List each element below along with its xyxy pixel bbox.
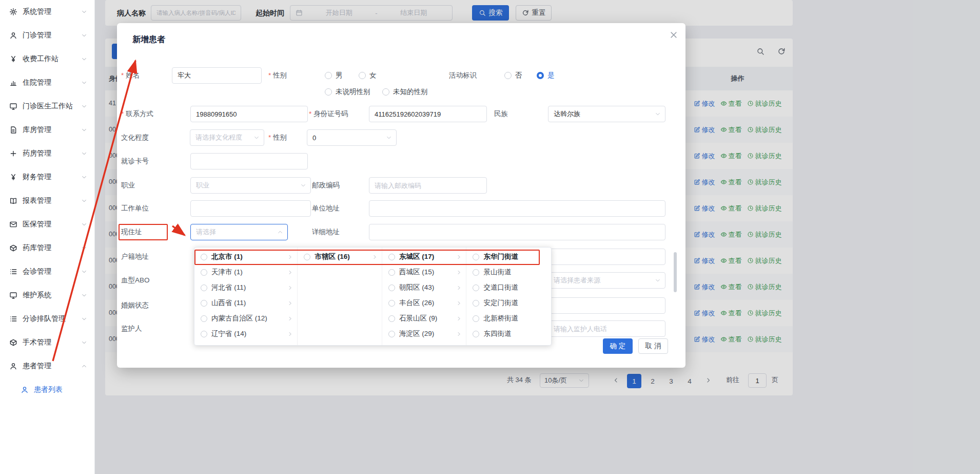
confirm-button[interactable]: 确 定 (603, 338, 633, 354)
sidebar-item[interactable]: 医保管理 (0, 213, 94, 236)
page-button-3[interactable]: 3 (664, 374, 678, 388)
cascader-option[interactable]: 辽宁省 (14) (194, 326, 297, 342)
occupation-select[interactable]: 职业 (190, 177, 311, 194)
radio-gender-female[interactable]: 女 (359, 70, 377, 81)
guardian-phone-input[interactable] (548, 320, 665, 337)
sidebar-subitem-patient-list[interactable]: 患者列表 (0, 378, 94, 402)
edit-link[interactable]: 修改 (694, 335, 715, 344)
gender-code-select[interactable]: 0 (307, 129, 397, 146)
name-input[interactable] (172, 67, 262, 84)
cascader-option[interactable]: 河北省 (11) (194, 280, 297, 295)
postal-code-input[interactable] (369, 177, 487, 194)
sidebar-item[interactable]: 会诊管理 (0, 260, 94, 283)
cascader-option[interactable]: 内蒙古自治区 (12) (194, 311, 297, 326)
view-link[interactable]: 查看 (720, 230, 742, 239)
history-link[interactable]: 就诊历史 (747, 256, 782, 266)
radio-gender-unstated[interactable]: 未说明性别 (325, 87, 370, 97)
view-link[interactable]: 查看 (720, 178, 742, 187)
sidebar-item[interactable]: 药库管理 (0, 236, 94, 260)
visit-card-input[interactable] (190, 153, 308, 169)
cascader-option[interactable]: 丰台区 (26) (382, 295, 466, 311)
edit-link[interactable]: 修改 (694, 256, 715, 266)
history-link[interactable]: 就诊历史 (747, 178, 782, 187)
unit-address-input[interactable] (369, 200, 665, 217)
view-link[interactable]: 查看 (720, 151, 742, 161)
sidebar-item[interactable]: 患者管理 (0, 354, 94, 378)
cancel-button[interactable]: 取 消 (638, 338, 668, 354)
cascader-option[interactable]: 石景山区 (9) (382, 311, 466, 326)
table-search-button[interactable] (753, 44, 768, 59)
sidebar-item[interactable]: 维护系统 (0, 283, 94, 307)
cascader-option[interactable]: 海淀区 (29) (382, 326, 466, 342)
radio-gender-male[interactable]: 男 (325, 70, 343, 81)
cascader-option[interactable]: 安定门街道 (466, 295, 551, 311)
date-range-picker[interactable]: 开始日期 - 结束日期 (290, 5, 453, 21)
history-link[interactable]: 就诊历史 (747, 204, 782, 213)
cascader-option[interactable]: 东华门街道 (466, 249, 551, 264)
sidebar-item[interactable]: 财务管理 (0, 165, 94, 189)
prev-page-button[interactable] (610, 374, 622, 386)
patient-name-input[interactable] (151, 5, 241, 21)
sidebar-item[interactable]: 收费工作站 (0, 47, 94, 71)
cascader-option[interactable]: 东四街道 (466, 326, 551, 342)
sidebar-item[interactable]: 住院管理 (0, 71, 94, 94)
view-link[interactable]: 查看 (720, 99, 742, 108)
cascader-option[interactable]: 东城区 (17) (382, 249, 466, 264)
history-link[interactable]: 就诊历史 (747, 309, 782, 318)
radio-active-no[interactable]: 否 (504, 70, 522, 81)
patient-source-select[interactable]: 请选择患者来源 (548, 272, 665, 289)
view-link[interactable]: 查看 (720, 125, 742, 135)
history-link[interactable]: 就诊历史 (747, 99, 782, 108)
modal-scrollbar[interactable] (674, 252, 677, 292)
page-button-1[interactable]: 1 (627, 374, 641, 388)
edit-link[interactable]: 修改 (694, 99, 715, 108)
radio-active-yes[interactable]: 是 (537, 70, 555, 81)
sidebar-item[interactable]: 分诊排队管理 (0, 307, 94, 331)
view-link[interactable]: 查看 (720, 309, 742, 318)
sidebar-item[interactable]: 药房管理 (0, 142, 94, 165)
cascader-option[interactable]: 山西省 (11) (194, 295, 297, 311)
table-refresh-button[interactable] (774, 44, 789, 59)
view-link[interactable]: 查看 (720, 204, 742, 213)
close-icon[interactable] (669, 30, 678, 40)
cascader-option[interactable]: 市辖区 (16) (298, 249, 382, 264)
cascader-option[interactable]: 景山街道 (466, 264, 551, 280)
cascader-option[interactable]: 朝阳区 (43) (382, 280, 466, 295)
detail-address-input[interactable] (369, 224, 665, 240)
history-link[interactable]: 就诊历史 (747, 125, 782, 135)
contact-input[interactable] (190, 106, 308, 122)
edit-link[interactable]: 修改 (694, 230, 715, 239)
view-link[interactable]: 查看 (720, 335, 742, 344)
edit-link[interactable]: 修改 (694, 282, 715, 292)
cascader-option[interactable]: 北新桥街道 (466, 311, 551, 326)
history-link[interactable]: 就诊历史 (747, 151, 782, 161)
cascader-option[interactable]: 西城区 (15) (382, 264, 466, 280)
edit-link[interactable]: 修改 (694, 125, 715, 135)
view-link[interactable]: 查看 (720, 282, 742, 292)
cascader-option[interactable]: 交道口街道 (466, 280, 551, 295)
cascader-option[interactable]: 天津市 (1) (194, 264, 297, 280)
radio-gender-unknown[interactable]: 未知的性别 (382, 87, 428, 97)
edit-link[interactable]: 修改 (694, 178, 715, 187)
sidebar-item[interactable]: 报表管理 (0, 189, 94, 213)
view-link[interactable]: 查看 (720, 256, 742, 266)
history-link[interactable]: 就诊历史 (747, 282, 782, 292)
work-unit-input[interactable] (190, 200, 311, 217)
edit-link[interactable]: 修改 (694, 309, 715, 318)
history-link[interactable]: 就诊历史 (747, 230, 782, 239)
cascader-option[interactable]: 北京市 (1) (194, 249, 297, 264)
edit-link[interactable]: 修改 (694, 151, 715, 161)
next-page-button[interactable] (702, 374, 714, 386)
id-number-input[interactable] (369, 106, 487, 122)
reset-button[interactable]: 重置 (516, 5, 552, 21)
sidebar-item[interactable]: 系统管理 (0, 0, 94, 24)
sidebar-item[interactable]: 手术管理 (0, 331, 94, 354)
history-link[interactable]: 就诊历史 (747, 335, 782, 344)
sidebar-item[interactable]: 门诊医生工作站 (0, 94, 94, 118)
education-select[interactable]: 请选择文化程度 (190, 129, 264, 146)
page-size-select[interactable]: 10条/页 (540, 373, 589, 388)
search-button[interactable]: 搜索 (472, 5, 509, 21)
page-button-4[interactable]: 4 (682, 374, 697, 388)
sidebar-item[interactable]: 库房管理 (0, 118, 94, 142)
sidebar-item[interactable]: 门诊管理 (0, 24, 94, 47)
